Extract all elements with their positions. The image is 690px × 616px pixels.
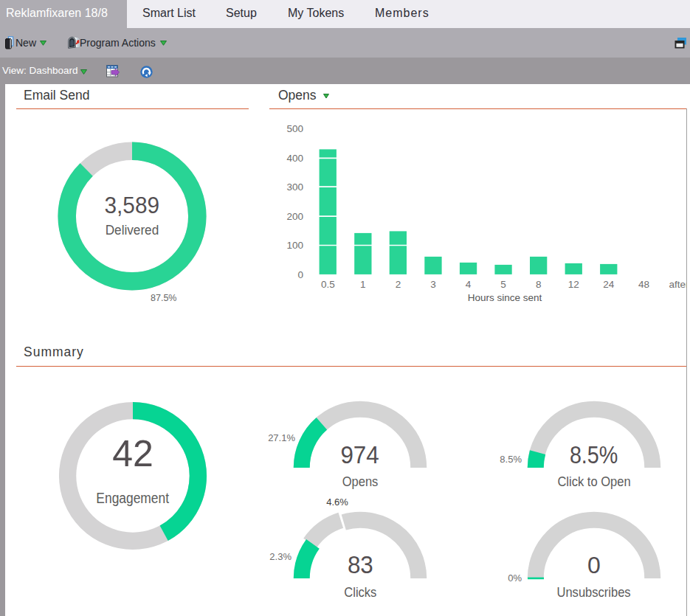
svg-text:1: 1 (360, 279, 366, 290)
svg-text:100: 100 (286, 240, 303, 251)
svg-text:2: 2 (396, 279, 401, 290)
svg-text:0.5: 0.5 (321, 279, 335, 290)
svg-text:0: 0 (297, 269, 303, 280)
svg-text:48: 48 (638, 279, 649, 290)
svg-text:200: 200 (286, 211, 303, 222)
svg-text:500: 500 (286, 123, 303, 134)
svg-text:after: after (669, 279, 686, 290)
svg-text:12: 12 (568, 279, 579, 290)
svg-text:300: 300 (286, 181, 303, 193)
svg-text:Hours since sent: Hours since sent (468, 292, 542, 303)
svg-text:400: 400 (286, 153, 303, 164)
svg-text:4: 4 (466, 279, 472, 290)
svg-text:24: 24 (603, 279, 615, 290)
svg-text:3: 3 (430, 279, 436, 290)
svg-text:8: 8 (536, 279, 542, 290)
svg-text:5: 5 (500, 279, 506, 290)
